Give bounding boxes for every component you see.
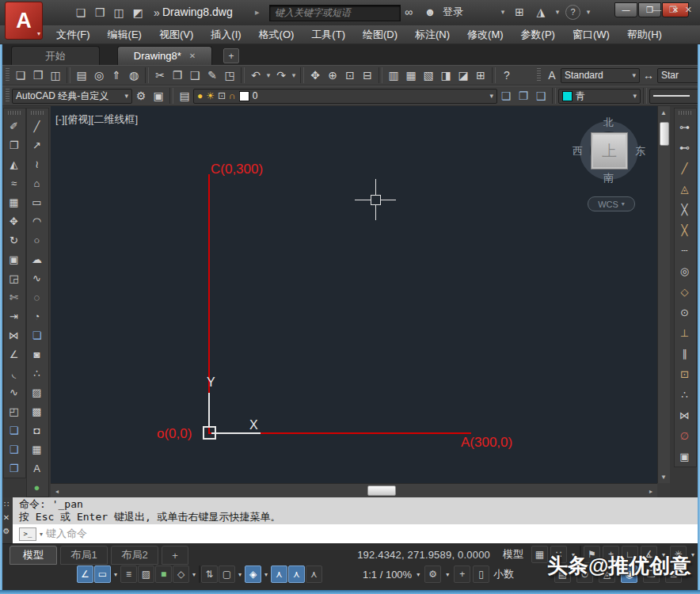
plot-icon[interactable]: ▤ — [73, 67, 90, 84]
menu-insert[interactable]: 插入(I) — [202, 25, 249, 44]
chevron-down-icon[interactable]: ▾ — [264, 67, 272, 84]
annotation-visibility-icon[interactable]: ⋏ — [271, 565, 287, 583]
close-tab-icon[interactable]: ✕ — [189, 51, 196, 60]
help-icon[interactable]: ? — [498, 67, 515, 84]
menu-window[interactable]: 窗口(W) — [564, 25, 618, 44]
snap-intersection-icon[interactable]: ╳ — [675, 199, 694, 219]
scroll-down-icon[interactable]: ▼ — [658, 471, 669, 482]
command-prompt-icon[interactable]: >_ — [19, 527, 36, 541]
annotation-scale-button[interactable]: 1:1 / 100% — [363, 569, 412, 581]
new-tab-button[interactable]: + — [223, 48, 239, 63]
isolate-objects-icon[interactable]: + — [454, 565, 470, 583]
arc-icon[interactable]: ◠ — [27, 211, 47, 230]
redo-icon[interactable]: ↷ — [272, 67, 290, 84]
new-file-icon[interactable]: ❏ — [73, 4, 89, 21]
infer-constraints-icon[interactable]: ∠ — [77, 565, 93, 583]
tab-drawing8[interactable]: Drawing8* ✕ — [117, 46, 212, 65]
offset-icon[interactable]: ≈ — [4, 173, 24, 192]
chevron-down-icon[interactable]: ▾ — [443, 565, 451, 583]
text-style-icon[interactable]: A — [543, 67, 561, 84]
layer-isolate-icon[interactable]: ❐ — [515, 87, 532, 105]
menu-draw[interactable]: 绘图(D) — [354, 25, 406, 44]
erase-icon[interactable]: ✐ — [4, 116, 24, 135]
sheet-set-icon[interactable]: ◨ — [437, 67, 455, 84]
menu-file[interactable]: 文件(F) — [48, 25, 99, 44]
paste-icon[interactable]: ❑ — [186, 67, 204, 84]
revision-cloud-icon[interactable]: ☁ — [27, 249, 47, 268]
gear-icon[interactable]: ⚙ — [132, 87, 150, 105]
snap-extension-icon[interactable]: ┄ — [675, 240, 694, 261]
snap-center-icon[interactable]: ◎ — [675, 261, 694, 281]
export-dwf-icon[interactable]: ◍ — [125, 67, 143, 84]
snap-midpoint-icon[interactable]: ◬ — [675, 178, 694, 199]
scroll-right-icon[interactable]: ▸ — [645, 485, 656, 497]
snap-tangent-icon[interactable]: ⊙ — [675, 302, 694, 322]
ellipse-arc-icon[interactable]: ◔ — [27, 307, 47, 326]
chevron-down-icon[interactable]: ▾ — [190, 565, 198, 583]
menu-help[interactable]: 帮助(H) — [618, 25, 671, 44]
osnap-settings-icon[interactable]: ▣ — [675, 446, 694, 466]
undo-icon[interactable]: ↶ — [247, 67, 264, 84]
quick-properties-icon[interactable]: ■ — [155, 565, 172, 583]
circle-icon[interactable]: ○ — [27, 230, 47, 249]
chevron-down-icon[interactable]: ▾ — [290, 67, 298, 84]
save-as-icon[interactable]: ◩ — [130, 4, 146, 21]
line-icon[interactable]: ╱ — [27, 116, 47, 135]
menu-modify[interactable]: 修改(M) — [458, 25, 512, 44]
chevron-down-icon[interactable]: ▾ — [554, 3, 561, 21]
annotation-autoscale-icon[interactable]: ⋏ — [288, 565, 305, 583]
toolbar-grip[interactable] — [6, 89, 10, 103]
scroll-left-icon[interactable]: ◂ — [51, 485, 63, 497]
tool-palettes-icon[interactable]: ▧ — [420, 67, 437, 84]
mirror-icon[interactable]: ◭ — [4, 154, 24, 173]
layout1-tab[interactable]: 布局1 — [60, 546, 108, 565]
hatch-icon[interactable]: ▨ — [27, 383, 47, 402]
rotate-icon[interactable]: ↻ — [4, 230, 24, 249]
linetype-combo[interactable] — [649, 89, 700, 104]
cut-icon[interactable]: ✂ — [151, 67, 169, 84]
layer-states-icon[interactable]: ❑ — [532, 87, 550, 105]
gradient-icon[interactable]: ▩ — [27, 402, 47, 421]
publish-icon[interactable]: ⇑ — [108, 67, 125, 84]
menu-edit[interactable]: 编辑(E) — [99, 25, 150, 44]
help-icon[interactable]: ? — [565, 5, 580, 20]
menu-close-icon[interactable]: ✕ — [685, 5, 692, 15]
workspace-combo[interactable]: AutoCAD 经典-自定义 ▾ — [12, 89, 132, 104]
draworder-front-icon[interactable]: ❏ — [4, 421, 24, 440]
menu-parametric[interactable]: 参数(P) — [512, 25, 564, 44]
menu-dimension[interactable]: 标注(N) — [406, 25, 458, 44]
open-folder-icon[interactable]: ❒ — [92, 4, 108, 21]
snap-apparent-intersection-icon[interactable]: ╳ — [675, 219, 694, 240]
snap-node-icon[interactable]: ∴ — [675, 384, 694, 405]
search-input[interactable]: 键入关键字或短语 — [269, 5, 401, 21]
text-style-combo[interactable]: Standard ▾ — [561, 68, 640, 83]
construction-line-icon[interactable]: ↗ — [27, 135, 47, 154]
selection-cycling-icon[interactable]: ▢ — [219, 565, 235, 583]
trim-icon[interactable]: ✄ — [4, 287, 24, 307]
menu-minimize-icon[interactable]: — — [652, 5, 661, 14]
scroll-up-icon[interactable]: ▲ — [658, 107, 669, 118]
menu-restore-icon[interactable]: ❐ — [669, 5, 677, 15]
menu-format[interactable]: 格式(O) — [250, 25, 303, 44]
pan-icon[interactable]: ✥ — [306, 67, 324, 84]
transparency-icon[interactable]: ▨ — [138, 565, 154, 583]
cart-icon[interactable]: ⊞ — [511, 3, 528, 21]
viewcube-north[interactable]: 北 — [603, 116, 614, 130]
snap-perpendicular-icon[interactable]: ⊥ — [675, 322, 694, 343]
ucs-toggle-icon[interactable]: ⇅ — [201, 565, 218, 583]
save-icon[interactable]: ◫ — [47, 67, 64, 84]
scale-icon[interactable]: ▣ — [4, 249, 24, 268]
grid-lines-icon[interactable]: ≡ — [120, 565, 137, 583]
toolbar-grip[interactable] — [31, 111, 45, 115]
quickcalc-icon[interactable]: ⊞ — [472, 67, 489, 84]
cmd-wrench-icon[interactable]: ⚙ — [3, 527, 10, 535]
snap-endpoint-icon[interactable]: ╱ — [675, 158, 694, 178]
layer-combo[interactable]: ● ☀ ⊡ ∩ 0 ▾ — [193, 89, 497, 104]
spline-icon[interactable]: ∿ — [27, 268, 47, 287]
annotation-scale-icon[interactable]: ⋏ — [306, 565, 322, 583]
grid-display-icon[interactable]: ▦ — [531, 546, 548, 563]
copy-icon[interactable]: ❐ — [4, 135, 24, 154]
snap-insert-icon[interactable]: ⊡ — [675, 364, 694, 384]
viewport-controls-label[interactable]: [-][俯视][二维线框] — [55, 112, 138, 127]
make-block-icon[interactable]: ◙ — [27, 345, 47, 364]
